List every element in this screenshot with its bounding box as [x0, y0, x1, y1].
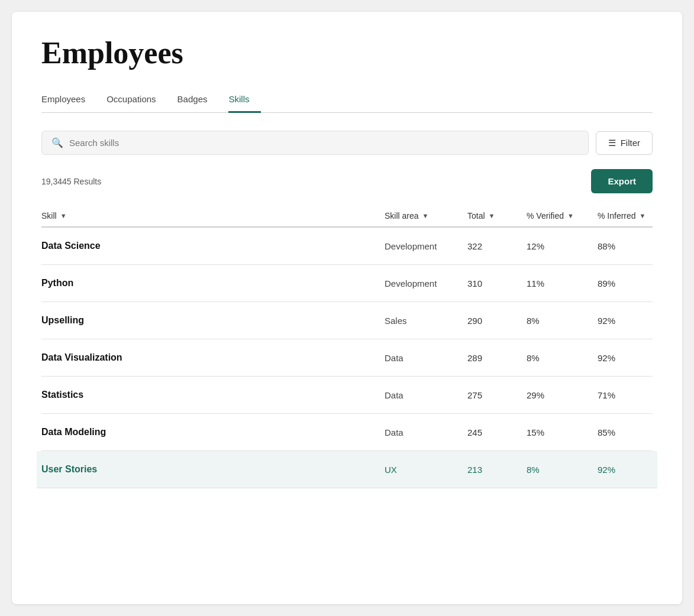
row-total: 213 — [467, 465, 527, 475]
table-row: Upselling Sales 290 8% 92% — [41, 302, 653, 339]
row-area: Data — [385, 353, 467, 363]
row-total: 322 — [467, 241, 527, 251]
header-total[interactable]: Total ▼ — [467, 211, 527, 221]
export-button[interactable]: Export — [591, 169, 653, 193]
header-skill-area[interactable]: Skill area ▼ — [385, 211, 467, 221]
skill-sort-icon: ▼ — [60, 212, 67, 219]
row-verified: 11% — [527, 278, 598, 288]
verified-sort-icon: ▼ — [567, 212, 574, 219]
row-total: 245 — [467, 427, 527, 437]
tab-skills[interactable]: Skills — [228, 88, 261, 113]
search-box: 🔍 — [41, 131, 589, 155]
skills-table: Skill ▼ Skill area ▼ Total ▼ % Verified … — [41, 205, 653, 488]
row-verified: 15% — [527, 427, 598, 437]
tab-badges[interactable]: Badges — [177, 88, 220, 113]
table-row: Python Development 310 11% 89% — [41, 265, 653, 302]
row-verified: 8% — [527, 316, 598, 326]
filter-button[interactable]: ☰ Filter — [596, 131, 653, 155]
row-skill: Data Modeling — [41, 427, 385, 437]
row-verified: 8% — [527, 353, 598, 363]
area-sort-icon: ▼ — [422, 212, 429, 219]
row-skill: Python — [41, 278, 385, 288]
row-area: Data — [385, 427, 467, 437]
search-input[interactable] — [69, 138, 579, 148]
search-icon: 🔍 — [51, 137, 63, 148]
tabs-nav: Employees Occupations Badges Skills — [41, 88, 653, 113]
header-verified[interactable]: % Verified ▼ — [527, 211, 598, 221]
row-area: Data — [385, 390, 467, 400]
row-inferred: 92% — [598, 465, 653, 475]
row-verified: 12% — [527, 241, 598, 251]
row-skill: Data Science — [41, 241, 385, 251]
row-area: Development — [385, 278, 467, 288]
search-filter-row: 🔍 ☰ Filter — [41, 131, 653, 155]
row-total: 310 — [467, 278, 527, 288]
tab-occupations[interactable]: Occupations — [106, 88, 167, 113]
row-skill: Upselling — [41, 315, 385, 326]
row-total: 289 — [467, 353, 527, 363]
page-container: Employees Employees Occupations Badges S… — [12, 12, 682, 604]
row-inferred: 89% — [598, 278, 653, 288]
table-row: Statistics Data 275 29% 71% — [41, 377, 653, 414]
row-skill: Statistics — [41, 390, 385, 400]
header-skill[interactable]: Skill ▼ — [41, 211, 385, 221]
table-row: Data Visualization Data 289 8% 92% — [41, 339, 653, 377]
row-inferred: 88% — [598, 241, 653, 251]
table-row: Data Modeling Data 245 15% 85% — [41, 414, 653, 451]
tab-employees[interactable]: Employees — [41, 88, 97, 113]
row-inferred: 85% — [598, 427, 653, 437]
table-row: Data Science Development 322 12% 88% — [41, 228, 653, 265]
inferred-sort-icon: ▼ — [640, 212, 646, 219]
row-verified: 29% — [527, 390, 598, 400]
table-row-highlighted: User Stories UX 213 8% 92% — [37, 451, 657, 488]
filter-label: Filter — [621, 138, 640, 148]
row-skill: Data Visualization — [41, 352, 385, 363]
row-total: 275 — [467, 390, 527, 400]
row-verified: 8% — [527, 465, 598, 475]
row-area: UX — [385, 465, 467, 475]
header-inferred[interactable]: % Inferred ▼ — [598, 211, 653, 221]
row-area: Development — [385, 241, 467, 251]
row-inferred: 92% — [598, 316, 653, 326]
row-inferred: 92% — [598, 353, 653, 363]
filter-icon: ☰ — [608, 138, 616, 148]
results-export-row: 19,3445 Results Export — [41, 169, 653, 193]
row-skill: User Stories — [41, 464, 385, 475]
row-inferred: 71% — [598, 390, 653, 400]
row-area: Sales — [385, 316, 467, 326]
table-header: Skill ▼ Skill area ▼ Total ▼ % Verified … — [41, 205, 653, 228]
total-sort-icon: ▼ — [489, 212, 495, 219]
results-count: 19,3445 Results — [41, 177, 101, 186]
row-total: 290 — [467, 316, 527, 326]
page-title: Employees — [41, 35, 653, 70]
